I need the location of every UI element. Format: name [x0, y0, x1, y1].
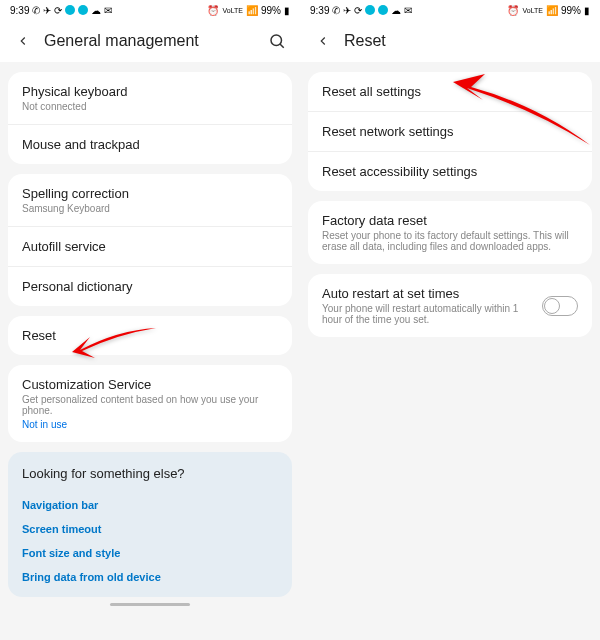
- sync-icon: ⟳: [54, 5, 62, 16]
- item-title: Spelling correction: [22, 186, 278, 201]
- svg-line-1: [280, 44, 284, 48]
- related-heading: Looking for something else?: [22, 466, 278, 481]
- status-bar: 9:39 ✆ ✈ ⟳ ☁ ✉ ⏰ VoLTE 📶 99% ▮: [0, 0, 300, 20]
- gesture-indicator: [110, 603, 190, 606]
- chevron-left-icon: [16, 34, 30, 48]
- item-title: Physical keyboard: [22, 84, 278, 99]
- content-scroll[interactable]: Physical keyboard Not connected Mouse an…: [0, 62, 300, 640]
- group-input-devices: Physical keyboard Not connected Mouse an…: [8, 72, 292, 164]
- item-customization-service[interactable]: Customization Service Get personalized c…: [8, 365, 292, 442]
- status-time: 9:39: [310, 5, 329, 16]
- svg-point-0: [271, 35, 282, 46]
- item-title: Autofill service: [22, 239, 278, 254]
- item-title: Customization Service: [22, 377, 278, 392]
- alarm-icon: ⏰: [507, 5, 519, 16]
- status-time: 9:39: [10, 5, 29, 16]
- item-title: Reset network settings: [322, 124, 578, 139]
- status-right: ⏰ VoLTE 📶 99% ▮: [207, 5, 290, 16]
- group-customization: Customization Service Get personalized c…: [8, 365, 292, 442]
- item-autofill-service[interactable]: Autofill service: [8, 226, 292, 266]
- item-title: Reset all settings: [322, 84, 578, 99]
- battery-icon: ▮: [584, 5, 590, 16]
- header-bar: Reset: [300, 20, 600, 62]
- volte-icon: VoLTE: [222, 7, 243, 14]
- search-button[interactable]: [268, 32, 286, 50]
- item-subtitle: Reset your phone to its factory default …: [322, 230, 578, 252]
- whatsapp-icon: ✆: [32, 5, 40, 16]
- related-links-panel: Looking for something else? Navigation b…: [8, 452, 292, 597]
- item-subtitle: Your phone will restart automatically wi…: [322, 303, 532, 325]
- group-factory-reset: Factory data reset Reset your phone to i…: [308, 201, 592, 264]
- header-bar: General management: [0, 20, 300, 62]
- item-reset-network-settings[interactable]: Reset network settings: [308, 111, 592, 151]
- link-screen-timeout[interactable]: Screen timeout: [22, 517, 278, 541]
- back-button[interactable]: [14, 32, 32, 50]
- item-title: Reset accessibility settings: [322, 164, 578, 179]
- content-scroll[interactable]: Reset all settings Reset network setting…: [300, 62, 600, 640]
- auto-restart-toggle[interactable]: [542, 296, 578, 316]
- battery-percent: 99%: [561, 5, 581, 16]
- item-title: Personal dictionary: [22, 279, 278, 294]
- telegram-icon: ✈: [343, 5, 351, 16]
- cloud-icon: ☁: [391, 5, 401, 16]
- reset-screen: 9:39 ✆ ✈ ⟳ ☁ ✉ ⏰ VoLTE 📶 99% ▮ Reset Res…: [300, 0, 600, 640]
- item-title: Mouse and trackpad: [22, 137, 278, 152]
- item-personal-dictionary[interactable]: Personal dictionary: [8, 266, 292, 306]
- mail-icon: ✉: [404, 5, 412, 16]
- item-reset-all-settings[interactable]: Reset all settings: [308, 72, 592, 111]
- link-bring-data[interactable]: Bring data from old device: [22, 565, 278, 589]
- group-reset: Reset: [8, 316, 292, 355]
- app-dot-1-icon: [365, 5, 375, 15]
- item-title: Reset: [22, 328, 278, 343]
- app-dot-1-icon: [65, 5, 75, 15]
- item-reset-accessibility-settings[interactable]: Reset accessibility settings: [308, 151, 592, 191]
- item-spelling-correction[interactable]: Spelling correction Samsung Keyboard: [8, 174, 292, 226]
- page-title: General management: [44, 32, 256, 50]
- link-font-size-style[interactable]: Font size and style: [22, 541, 278, 565]
- group-reset-options: Reset all settings Reset network setting…: [308, 72, 592, 191]
- battery-icon: ▮: [284, 5, 290, 16]
- item-subtitle: Samsung Keyboard: [22, 203, 278, 214]
- item-mouse-trackpad[interactable]: Mouse and trackpad: [8, 124, 292, 164]
- whatsapp-icon: ✆: [332, 5, 340, 16]
- back-button[interactable]: [314, 32, 332, 50]
- link-navigation-bar[interactable]: Navigation bar: [22, 493, 278, 517]
- app-dot-2-icon: [378, 5, 388, 15]
- item-physical-keyboard[interactable]: Physical keyboard Not connected: [8, 72, 292, 124]
- item-status-link: Not in use: [22, 419, 278, 430]
- volte-icon: VoLTE: [522, 7, 543, 14]
- mail-icon: ✉: [104, 5, 112, 16]
- chevron-left-icon: [316, 34, 330, 48]
- item-auto-restart[interactable]: Auto restart at set times Your phone wil…: [308, 274, 592, 337]
- status-left: 9:39 ✆ ✈ ⟳ ☁ ✉: [10, 5, 112, 16]
- signal-icon: 📶: [246, 5, 258, 16]
- signal-icon: 📶: [546, 5, 558, 16]
- status-left: 9:39 ✆ ✈ ⟳ ☁ ✉: [310, 5, 412, 16]
- item-title: Auto restart at set times: [322, 286, 532, 301]
- search-icon: [268, 32, 286, 50]
- app-dot-2-icon: [78, 5, 88, 15]
- group-text-input: Spelling correction Samsung Keyboard Aut…: [8, 174, 292, 306]
- item-subtitle: Not connected: [22, 101, 278, 112]
- group-auto-restart: Auto restart at set times Your phone wil…: [308, 274, 592, 337]
- item-factory-data-reset[interactable]: Factory data reset Reset your phone to i…: [308, 201, 592, 264]
- general-management-screen: 9:39 ✆ ✈ ⟳ ☁ ✉ ⏰ VoLTE 📶 99% ▮ General m…: [0, 0, 300, 640]
- alarm-icon: ⏰: [207, 5, 219, 16]
- telegram-icon: ✈: [43, 5, 51, 16]
- status-right: ⏰ VoLTE 📶 99% ▮: [507, 5, 590, 16]
- item-reset[interactable]: Reset: [8, 316, 292, 355]
- battery-percent: 99%: [261, 5, 281, 16]
- item-title: Factory data reset: [322, 213, 578, 228]
- sync-icon: ⟳: [354, 5, 362, 16]
- page-title: Reset: [344, 32, 586, 50]
- item-subtitle: Get personalized content based on how yo…: [22, 394, 278, 416]
- cloud-icon: ☁: [91, 5, 101, 16]
- status-bar: 9:39 ✆ ✈ ⟳ ☁ ✉ ⏰ VoLTE 📶 99% ▮: [300, 0, 600, 20]
